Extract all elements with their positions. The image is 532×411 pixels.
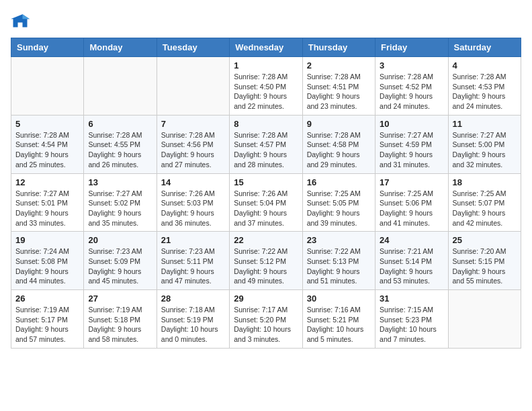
day-info: Sunrise: 7:23 AM Sunset: 5:09 PM Dayligh…: [88, 246, 152, 286]
day-info: Sunrise: 7:16 AM Sunset: 5:21 PM Dayligh…: [307, 305, 371, 345]
svg-marker-1: [23, 14, 30, 19]
calendar-cell: 10Sunrise: 7:27 AM Sunset: 4:59 PM Dayli…: [375, 115, 448, 173]
calendar-cell: 13Sunrise: 7:27 AM Sunset: 5:02 PM Dayli…: [84, 173, 157, 232]
calendar-week-row: 1Sunrise: 7:28 AM Sunset: 4:50 PM Daylig…: [11, 57, 521, 116]
day-number: 19: [15, 235, 79, 245]
calendar-cell: 22Sunrise: 7:22 AM Sunset: 5:12 PM Dayli…: [230, 232, 302, 290]
logo: [11, 11, 32, 30]
svg-marker-0: [11, 14, 30, 27]
day-number: 2: [307, 60, 371, 71]
calendar-cell: 3Sunrise: 7:28 AM Sunset: 4:52 PM Daylig…: [375, 57, 448, 116]
day-number: 31: [380, 293, 443, 304]
calendar-week-row: 5Sunrise: 7:28 AM Sunset: 4:54 PM Daylig…: [11, 115, 521, 173]
day-info: Sunrise: 7:26 AM Sunset: 5:03 PM Dayligh…: [161, 189, 225, 228]
calendar-cell: 2Sunrise: 7:28 AM Sunset: 4:51 PM Daylig…: [302, 57, 375, 116]
day-number: 10: [380, 119, 443, 129]
day-number: 28: [161, 293, 225, 304]
day-info: Sunrise: 7:28 AM Sunset: 4:51 PM Dayligh…: [307, 72, 371, 111]
calendar-cell: 19Sunrise: 7:24 AM Sunset: 5:08 PM Dayli…: [11, 232, 84, 290]
day-number: 3: [380, 60, 443, 71]
day-number: 7: [161, 119, 225, 129]
day-info: Sunrise: 7:27 AM Sunset: 5:02 PM Dayligh…: [88, 189, 152, 228]
day-number: 25: [453, 235, 517, 245]
day-number: 29: [234, 293, 298, 304]
day-number: 14: [161, 177, 225, 187]
day-info: Sunrise: 7:19 AM Sunset: 5:17 PM Dayligh…: [15, 305, 79, 345]
day-number: 5: [15, 119, 79, 129]
day-info: Sunrise: 7:22 AM Sunset: 5:13 PM Dayligh…: [307, 246, 371, 286]
day-info: Sunrise: 7:17 AM Sunset: 5:20 PM Dayligh…: [234, 305, 298, 345]
calendar-cell: 1Sunrise: 7:28 AM Sunset: 4:50 PM Daylig…: [230, 57, 302, 116]
day-info: Sunrise: 7:28 AM Sunset: 4:58 PM Dayligh…: [307, 130, 371, 170]
day-number: 20: [88, 235, 152, 245]
day-number: 30: [307, 293, 371, 304]
day-number: 27: [88, 293, 152, 304]
calendar-cell: 30Sunrise: 7:16 AM Sunset: 5:21 PM Dayli…: [302, 290, 375, 349]
day-number: 15: [234, 177, 298, 187]
calendar-cell: 5Sunrise: 7:28 AM Sunset: 4:54 PM Daylig…: [11, 115, 84, 173]
calendar-cell: [84, 57, 157, 116]
calendar-cell: 12Sunrise: 7:27 AM Sunset: 5:01 PM Dayli…: [11, 173, 84, 232]
day-info: Sunrise: 7:25 AM Sunset: 5:05 PM Dayligh…: [307, 189, 371, 228]
day-info: Sunrise: 7:22 AM Sunset: 5:12 PM Dayligh…: [234, 246, 298, 286]
column-header-saturday: Saturday: [448, 38, 521, 57]
day-number: 11: [453, 119, 517, 129]
calendar-cell: 29Sunrise: 7:17 AM Sunset: 5:20 PM Dayli…: [230, 290, 302, 349]
day-info: Sunrise: 7:15 AM Sunset: 5:23 PM Dayligh…: [380, 305, 443, 345]
day-number: 21: [161, 235, 225, 245]
calendar-week-row: 12Sunrise: 7:27 AM Sunset: 5:01 PM Dayli…: [11, 173, 521, 232]
day-number: 18: [453, 177, 517, 187]
calendar-cell: 20Sunrise: 7:23 AM Sunset: 5:09 PM Dayli…: [84, 232, 157, 290]
calendar-cell: 6Sunrise: 7:28 AM Sunset: 4:55 PM Daylig…: [84, 115, 157, 173]
calendar-cell: 26Sunrise: 7:19 AM Sunset: 5:17 PM Dayli…: [11, 290, 84, 349]
day-info: Sunrise: 7:25 AM Sunset: 5:06 PM Dayligh…: [380, 189, 443, 228]
day-info: Sunrise: 7:20 AM Sunset: 5:15 PM Dayligh…: [453, 246, 517, 286]
calendar-week-row: 19Sunrise: 7:24 AM Sunset: 5:08 PM Dayli…: [11, 232, 521, 290]
day-info: Sunrise: 7:21 AM Sunset: 5:14 PM Dayligh…: [380, 246, 443, 286]
day-info: Sunrise: 7:24 AM Sunset: 5:08 PM Dayligh…: [15, 246, 79, 286]
calendar-cell: 9Sunrise: 7:28 AM Sunset: 4:58 PM Daylig…: [302, 115, 375, 173]
calendar-cell: 14Sunrise: 7:26 AM Sunset: 5:03 PM Dayli…: [157, 173, 229, 232]
calendar-cell: 25Sunrise: 7:20 AM Sunset: 5:15 PM Dayli…: [448, 232, 521, 290]
day-info: Sunrise: 7:26 AM Sunset: 5:04 PM Dayligh…: [234, 189, 298, 228]
calendar-header-row: SundayMondayTuesdayWednesdayThursdayFrid…: [11, 38, 521, 57]
page-header: [11, 11, 521, 30]
day-number: 16: [307, 177, 371, 187]
calendar-cell: 15Sunrise: 7:26 AM Sunset: 5:04 PM Dayli…: [230, 173, 302, 232]
day-number: 4: [453, 60, 517, 71]
day-info: Sunrise: 7:27 AM Sunset: 5:01 PM Dayligh…: [15, 189, 79, 228]
column-header-friday: Friday: [375, 38, 448, 57]
day-info: Sunrise: 7:27 AM Sunset: 4:59 PM Dayligh…: [380, 130, 443, 170]
calendar-cell: 21Sunrise: 7:23 AM Sunset: 5:11 PM Dayli…: [157, 232, 229, 290]
calendar-cell: 8Sunrise: 7:28 AM Sunset: 4:57 PM Daylig…: [230, 115, 302, 173]
column-header-thursday: Thursday: [302, 38, 375, 57]
calendar-table: SundayMondayTuesdayWednesdayThursdayFrid…: [11, 38, 521, 349]
day-number: 8: [234, 119, 298, 129]
day-info: Sunrise: 7:28 AM Sunset: 4:57 PM Dayligh…: [234, 130, 298, 170]
column-header-sunday: Sunday: [11, 38, 84, 57]
calendar-cell: 7Sunrise: 7:28 AM Sunset: 4:56 PM Daylig…: [157, 115, 229, 173]
calendar-cell: 4Sunrise: 7:28 AM Sunset: 4:53 PM Daylig…: [448, 57, 521, 116]
day-info: Sunrise: 7:28 AM Sunset: 4:52 PM Dayligh…: [380, 72, 443, 111]
calendar-week-row: 26Sunrise: 7:19 AM Sunset: 5:17 PM Dayli…: [11, 290, 521, 349]
calendar-cell: 17Sunrise: 7:25 AM Sunset: 5:06 PM Dayli…: [375, 173, 448, 232]
day-info: Sunrise: 7:19 AM Sunset: 5:18 PM Dayligh…: [88, 305, 152, 345]
calendar-cell: 23Sunrise: 7:22 AM Sunset: 5:13 PM Dayli…: [302, 232, 375, 290]
day-number: 12: [15, 177, 79, 187]
day-number: 26: [15, 293, 79, 304]
calendar-cell: [11, 57, 84, 116]
column-header-wednesday: Wednesday: [230, 38, 302, 57]
calendar-cell: 27Sunrise: 7:19 AM Sunset: 5:18 PM Dayli…: [84, 290, 157, 349]
day-info: Sunrise: 7:28 AM Sunset: 4:56 PM Dayligh…: [161, 130, 225, 170]
calendar-cell: 24Sunrise: 7:21 AM Sunset: 5:14 PM Dayli…: [375, 232, 448, 290]
day-number: 22: [234, 235, 298, 245]
day-info: Sunrise: 7:28 AM Sunset: 4:54 PM Dayligh…: [15, 130, 79, 170]
calendar-cell: [448, 290, 521, 349]
day-info: Sunrise: 7:23 AM Sunset: 5:11 PM Dayligh…: [161, 246, 225, 286]
day-number: 13: [88, 177, 152, 187]
day-info: Sunrise: 7:28 AM Sunset: 4:50 PM Dayligh…: [234, 72, 298, 111]
day-number: 1: [234, 60, 298, 71]
column-header-monday: Monday: [84, 38, 157, 57]
day-info: Sunrise: 7:25 AM Sunset: 5:07 PM Dayligh…: [453, 189, 517, 228]
day-info: Sunrise: 7:27 AM Sunset: 5:00 PM Dayligh…: [453, 130, 517, 170]
